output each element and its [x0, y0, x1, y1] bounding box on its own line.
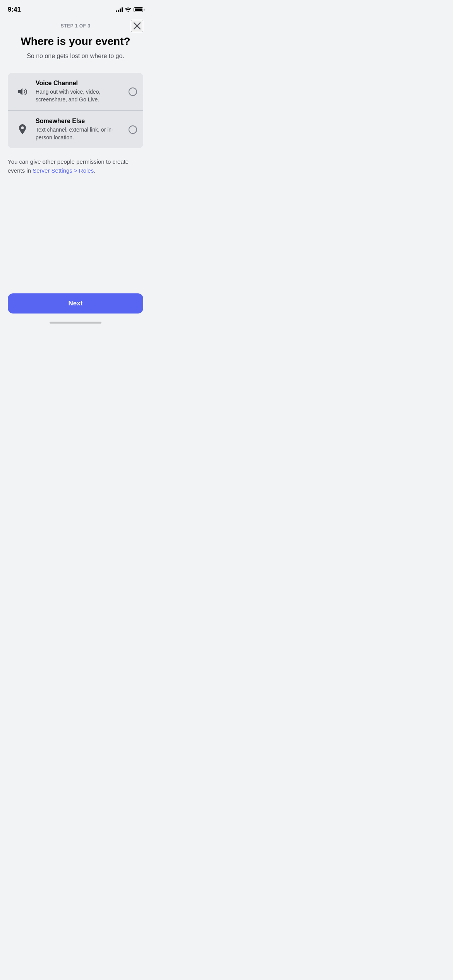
svg-point-0	[21, 126, 24, 129]
speaker-icon-container	[14, 83, 31, 100]
somewhere-else-text: Somewhere Else Text channel, external li…	[31, 118, 129, 141]
status-icons	[116, 7, 143, 12]
somewhere-else-title: Somewhere Else	[36, 118, 124, 125]
voice-channel-option[interactable]: Voice Channel Hang out with voice, video…	[8, 73, 143, 111]
permission-text: You can give other people permission to …	[8, 158, 143, 175]
title-section: Where is your event? So no one gets lost…	[8, 35, 143, 60]
location-icon	[17, 123, 28, 136]
close-button[interactable]	[131, 20, 143, 32]
status-bar: 9:41	[0, 0, 151, 17]
bottom-section: Next	[0, 287, 151, 327]
close-icon	[134, 22, 141, 29]
battery-icon	[134, 7, 143, 12]
somewhere-else-option[interactable]: Somewhere Else Text channel, external li…	[8, 111, 143, 148]
somewhere-else-description: Text channel, external link, or in-perso…	[36, 126, 124, 141]
voice-channel-radio[interactable]	[129, 87, 137, 96]
wifi-icon	[125, 7, 131, 12]
voice-channel-title: Voice Channel	[36, 80, 124, 87]
options-card: Voice Channel Hang out with voice, video…	[8, 73, 143, 148]
main-title: Where is your event?	[8, 35, 143, 48]
header: STEP 1 OF 3	[0, 17, 151, 35]
step-label: STEP 1 OF 3	[61, 23, 91, 29]
voice-channel-description: Hang out with voice, video, screenshare,…	[36, 88, 124, 103]
location-icon-container	[14, 121, 31, 138]
speaker-icon	[16, 86, 29, 98]
next-button[interactable]: Next	[8, 293, 143, 314]
subtitle: So no one gets lost on where to go.	[8, 52, 143, 60]
content: Where is your event? So no one gets lost…	[0, 35, 151, 327]
voice-channel-text: Voice Channel Hang out with voice, video…	[31, 80, 129, 103]
signal-icon	[116, 7, 123, 12]
home-indicator	[50, 322, 101, 324]
somewhere-else-radio[interactable]	[129, 125, 137, 134]
server-settings-roles-link[interactable]: Server Settings > Roles	[33, 167, 94, 174]
status-time: 9:41	[8, 6, 21, 14]
